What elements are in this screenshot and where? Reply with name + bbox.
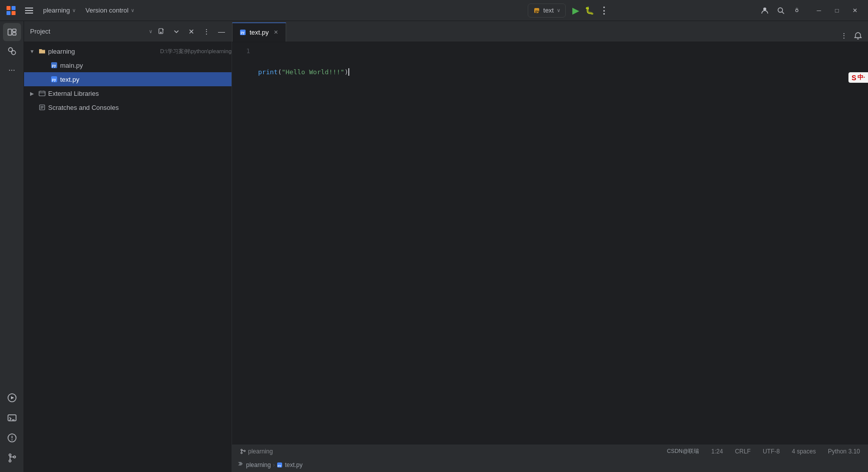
svg-point-27 [14, 456, 16, 458]
root-folder-label: plearning [48, 48, 156, 55]
sidebar-more-button[interactable]: ⋮ [200, 26, 212, 38]
ext-libs-icon [38, 89, 46, 97]
text-py-label: text.py [60, 76, 232, 83]
line-col-status[interactable]: 1:24 [709, 447, 725, 456]
svg-rect-14 [13, 33, 16, 35]
collapse-all-button[interactable] [170, 26, 182, 38]
svg-rect-6 [25, 13, 33, 14]
code-paren-open: ( [278, 67, 282, 78]
text-py-icon: py [50, 75, 58, 83]
status-right: CSDN@联瑞 1:24 CRLF UTF-8 4 spaces Python … [665, 446, 862, 456]
text-py-tab[interactable]: py text.py ✕ [232, 23, 286, 42]
git-branch-status[interactable]: plearning [238, 447, 275, 456]
text-cursor [348, 68, 349, 76]
run-config-chevron-icon: ∨ [557, 8, 560, 13]
run-panel-button[interactable] [3, 389, 21, 407]
notifications-button[interactable] [852, 30, 864, 42]
python-version-status[interactable]: Python 3.10 [826, 447, 862, 456]
scratches-item[interactable]: ▶ Scratches and Consoles [24, 100, 232, 114]
tab-bar-right: ⋮ [838, 30, 868, 42]
svg-rect-12 [8, 29, 12, 35]
tab-bar: py text.py ✕ ⋮ [232, 21, 868, 42]
svg-text:py: py [278, 464, 282, 467]
sidebar-title: Project [30, 28, 146, 35]
svg-rect-3 [12, 11, 16, 15]
svg-rect-13 [13, 29, 16, 32]
external-libraries-item[interactable]: ▶ External Libraries [24, 86, 232, 100]
plugins-button[interactable] [3, 42, 21, 60]
ext-libs-arrow-icon: ▶ [28, 89, 36, 97]
charset-status[interactable]: UTF-8 [761, 447, 782, 456]
main-py-item[interactable]: ▶ py main.py [24, 58, 232, 72]
line-col-label: 1:24 [711, 448, 723, 455]
sidebar-header: Project ∨ ✕ ⋮ — [24, 21, 232, 42]
svg-text:py: py [52, 64, 56, 68]
svg-marker-19 [11, 396, 14, 399]
tree-root-item[interactable]: ▼ plearning D:\学习案例\python\plearning [24, 44, 232, 58]
svg-text:py: py [535, 9, 540, 14]
svg-rect-1 [12, 6, 16, 10]
breadcrumb-separator: › [273, 461, 275, 468]
python-version-label: Python 3.10 [828, 448, 860, 455]
minimize-button[interactable]: ─ [810, 4, 828, 18]
project-name-button[interactable]: plearning ∨ [40, 5, 79, 16]
titlebar: plearning ∨ Version control ∨ py text ∨ … [0, 0, 868, 21]
close-sidebar-button[interactable]: ✕ [185, 26, 197, 38]
status-left: plearning [238, 447, 275, 456]
status-bar: plearning CSDN@联瑞 1:24 CRLF UTF-8 4 spac… [232, 444, 868, 458]
root-folder-icon [38, 47, 46, 55]
project-panel-button[interactable] [3, 23, 21, 41]
titlebar-right: ─ □ ✕ [758, 4, 864, 18]
run-button[interactable]: ▶ [569, 4, 583, 18]
terminal-button[interactable] [3, 409, 21, 427]
menu-button[interactable] [22, 4, 36, 18]
git-branch-label: plearning [248, 448, 273, 455]
project-tree: ▼ plearning D:\学习案例\python\plearning ▶ p… [24, 42, 232, 472]
tab-options-button[interactable]: ⋮ [838, 30, 850, 42]
more-tools-button[interactable]: ··· [3, 61, 21, 79]
git-button[interactable] [3, 449, 21, 467]
svg-point-26 [9, 460, 11, 462]
sidebar-collapse-button[interactable]: — [215, 26, 228, 38]
csdn-watermark: S 中· [848, 72, 868, 83]
window-controls: ─ □ ✕ [810, 4, 864, 18]
icon-rail: ··· [0, 21, 24, 472]
version-control-button[interactable]: Version control ∨ [83, 5, 137, 16]
new-file-button[interactable] [155, 26, 167, 38]
more-options-button[interactable]: ⋮ [597, 4, 611, 18]
main-py-icon: py [50, 61, 58, 69]
ext-libs-label: External Libraries [48, 90, 232, 97]
code-string: "Hello World!!!" [282, 67, 344, 78]
titlebar-left: plearning ∨ Version control ∨ [4, 4, 381, 18]
rail-bottom [3, 389, 21, 472]
tab-label: text.py [250, 29, 269, 36]
editor-content[interactable]: S 中· 1 print("Hello World!!!") [232, 42, 868, 444]
scratches-label: Scratches and Consoles [48, 104, 232, 111]
code-keyword-print: print [258, 67, 278, 78]
indent-status[interactable]: 4 spaces [790, 447, 818, 456]
titlebar-center: py text ∨ ▶ 🐛 ⋮ [381, 4, 758, 18]
text-py-item[interactable]: ▶ py text.py [24, 72, 232, 86]
close-button[interactable]: ✕ [846, 4, 864, 18]
run-config-label: text [543, 7, 554, 14]
line-ending-status[interactable]: CRLF [733, 447, 753, 456]
svg-point-48 [244, 450, 246, 451]
editor-area: py text.py ✕ ⋮ S 中· [232, 21, 868, 472]
line-ending-label: CRLF [735, 448, 751, 455]
settings-button[interactable] [790, 4, 804, 18]
debug-button[interactable]: 🐛 [583, 4, 597, 18]
user-button[interactable] [758, 4, 772, 18]
breadcrumb-file[interactable]: text.py [285, 461, 302, 468]
run-config-button[interactable]: py text ∨ [528, 4, 566, 18]
breadcrumb-project[interactable]: plearning [246, 461, 271, 468]
main-py-label: main.py [60, 62, 232, 69]
problems-button[interactable] [3, 429, 21, 447]
tab-close-button[interactable]: ✕ [272, 29, 280, 37]
svg-rect-37 [39, 91, 45, 96]
csdn-credit: CSDN@联瑞 [665, 446, 701, 456]
line-numbers: 1 [232, 42, 256, 444]
search-button[interactable] [774, 4, 788, 18]
maximize-button[interactable]: □ [828, 4, 846, 18]
code-editor[interactable]: print("Hello World!!!") [256, 42, 868, 444]
project-chevron-icon: ∨ [72, 8, 76, 13]
